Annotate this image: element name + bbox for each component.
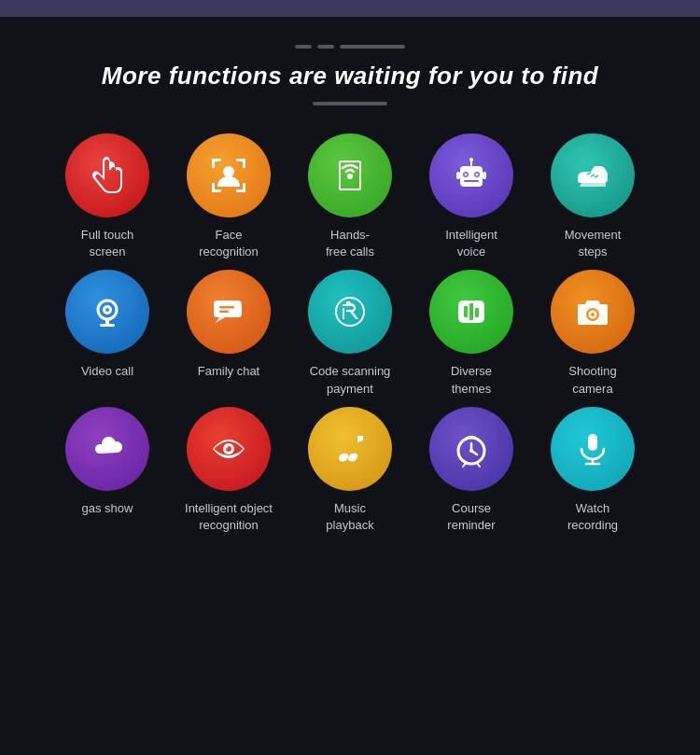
label-family-chat: Family chat — [198, 363, 259, 380]
icon-hands-free-calls — [308, 133, 392, 217]
svg-rect-49 — [588, 434, 597, 451]
deco-line-2 — [317, 45, 334, 49]
feature-family-chat: Family chat — [173, 270, 285, 397]
label-gas-show: gas show — [82, 500, 133, 517]
header-section: More functions are waiting for you to fi… — [0, 17, 700, 115]
svg-rect-28 — [214, 301, 242, 317]
icon-family-chat — [187, 270, 271, 354]
feature-music-playback: Musicplayback — [294, 407, 406, 534]
feature-intelligent-voice: Intelligentvoice — [415, 133, 527, 260]
feature-hands-free-calls: Hands-free calls — [294, 133, 406, 260]
label-hands-free-calls: Hands-free calls — [326, 227, 374, 260]
icon-course-reminder — [429, 407, 513, 491]
svg-rect-7 — [243, 183, 245, 192]
label-shooting-camera: Shootingcamera — [568, 363, 616, 397]
label-intelligent-object: Intelligent objectrecognition — [185, 500, 273, 534]
icon-watch-recording — [551, 407, 635, 491]
feature-diverse-themes: Diversethemes — [415, 270, 527, 397]
feature-intelligent-object: Intelligent objectrecognition — [173, 407, 285, 534]
svg-rect-10 — [460, 166, 483, 187]
label-video-call: Video call — [81, 363, 133, 380]
label-code-scanning: Code scanningpayment — [310, 363, 391, 397]
svg-rect-5 — [212, 183, 215, 192]
grid-row-1: Full touchscreen Fa — [51, 133, 649, 260]
feature-face-recognition: Facerecognition — [173, 133, 285, 260]
label-face-recognition: Facerecognition — [199, 227, 259, 260]
svg-point-38 — [591, 313, 595, 316]
svg-rect-18 — [456, 172, 460, 179]
svg-rect-1 — [212, 159, 215, 168]
svg-point-9 — [347, 174, 353, 179]
feature-full-touch-screen: Full touchscreen — [51, 133, 163, 260]
svg-point-14 — [476, 174, 479, 176]
label-music-playback: Musicplayback — [326, 500, 373, 534]
feature-movement-steps: Movementsteps — [537, 133, 649, 260]
svg-point-17 — [469, 158, 473, 161]
label-course-reminder: Coursereminder — [447, 500, 495, 534]
features-grid: Full touchscreen Fa — [0, 115, 700, 552]
feature-video-call: Video call — [51, 270, 163, 397]
feature-code-scanning: Code scanningpayment — [294, 270, 406, 397]
label-watch-recording: Watchrecording — [567, 500, 618, 534]
svg-rect-27 — [100, 324, 115, 327]
svg-rect-3 — [243, 159, 245, 168]
svg-line-48 — [477, 463, 480, 467]
icon-video-call — [65, 270, 149, 354]
deco-lines-bottom — [0, 102, 700, 105]
feature-shooting-camera: Shootingcamera — [537, 270, 649, 397]
deco-line-3 — [340, 45, 405, 49]
feature-course-reminder: Coursereminder — [415, 407, 527, 534]
svg-rect-15 — [464, 180, 479, 182]
label-full-touch-screen: Full touchscreen — [81, 227, 133, 260]
svg-line-47 — [463, 463, 466, 467]
svg-point-25 — [105, 308, 109, 312]
svg-rect-30 — [219, 311, 229, 314]
svg-rect-31 — [343, 308, 344, 319]
main-title: More functions are waiting for you to fi… — [0, 62, 700, 91]
deco-line-bottom — [313, 102, 387, 105]
grid-row-3: gas show Intelligent objectrecognition — [51, 407, 649, 534]
svg-point-42 — [226, 445, 229, 448]
icon-intelligent-voice — [429, 133, 513, 217]
icon-gas-show — [65, 407, 149, 491]
icon-code-scanning — [308, 270, 392, 354]
label-diverse-themes: Diversethemes — [451, 363, 492, 397]
svg-rect-19 — [483, 172, 486, 179]
icon-full-touch-screen — [65, 133, 149, 217]
label-intelligent-voice: Intelligentvoice — [445, 227, 497, 260]
svg-rect-34 — [469, 303, 473, 320]
icon-diverse-themes — [429, 270, 513, 354]
svg-rect-29 — [219, 306, 234, 309]
top-bar — [0, 0, 700, 17]
svg-point-46 — [469, 449, 473, 453]
deco-line-1 — [295, 45, 312, 49]
svg-point-13 — [465, 174, 468, 176]
icon-movement-steps — [551, 133, 635, 217]
svg-rect-39 — [600, 305, 605, 308]
label-movement-steps: Movementsteps — [565, 227, 622, 260]
feature-watch-recording: Watchrecording — [537, 407, 649, 534]
icon-shooting-camera — [551, 270, 635, 354]
icon-music-playback — [308, 407, 392, 491]
grid-row-2: Video call Family chat — [51, 270, 649, 397]
svg-rect-35 — [475, 308, 479, 317]
feature-gas-show: gas show — [51, 407, 163, 534]
icon-face-recognition — [187, 133, 271, 217]
deco-lines-top — [0, 45, 700, 49]
svg-rect-33 — [464, 306, 468, 317]
icon-intelligent-object — [187, 407, 271, 491]
svg-point-8 — [223, 166, 234, 177]
